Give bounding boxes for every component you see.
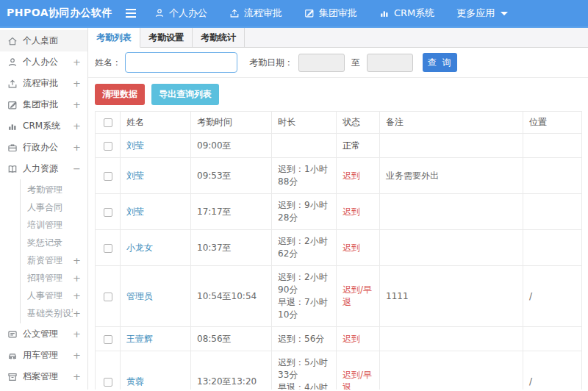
edit-icon (304, 8, 315, 18)
row-checkbox[interactable] (104, 335, 112, 344)
remark-cell (380, 134, 523, 158)
employee-name-link[interactable]: 刘莹 (126, 140, 144, 151)
attendance-time-cell: 09:53至 (191, 158, 272, 194)
table-row: 王壹辉 08:56至 迟到：56分 迟到 (96, 327, 582, 351)
row-checkbox[interactable] (104, 293, 112, 301)
sidebar-subitem-attendance-management[interactable]: 考勤管理 (21, 181, 87, 198)
sidebar-item-vehicle-management[interactable]: 用车管理 + (0, 345, 87, 366)
name-input[interactable] (125, 52, 237, 73)
duration-cell (272, 134, 337, 158)
duration-cell: 迟到：2小时90分早退：7小时10分 (272, 266, 337, 327)
sidebar-subitem-personnel-management[interactable]: 人事管理 + (21, 287, 87, 304)
attendance-time-cell: 17:17至 (191, 194, 272, 230)
status-cell: 迟到 (337, 230, 380, 266)
header-attendance-time: 考勤时间 (191, 112, 272, 134)
date-from-input[interactable] (298, 54, 345, 72)
employee-name-link[interactable]: 王壹辉 (126, 334, 153, 344)
duration-cell: 迟到：9小时28分 (272, 194, 337, 230)
tab-bar: 考勤列表 考勤设置 考勤统计 (88, 28, 588, 48)
location-cell (523, 158, 582, 194)
export-list-button[interactable]: 导出查询列表 (151, 84, 219, 105)
table-row: 刘莹 09:00至 正常 (96, 134, 582, 158)
row-checkbox[interactable] (104, 244, 112, 253)
sidebar-item-project-management[interactable]: 项目管理 + (0, 387, 87, 390)
nav-workflow-approval[interactable]: 流程审批 (229, 7, 282, 20)
attendance-time-cell: 10:54至10:54 (191, 266, 272, 327)
action-buttons: 清理数据 导出查询列表 (88, 78, 588, 111)
caret-down-icon (501, 12, 508, 15)
sidebar-item-personal-desktop[interactable]: 个人桌面 (0, 30, 87, 51)
attendance-time-cell: 09:00至 (191, 134, 272, 158)
header-status: 状态 (337, 112, 380, 134)
status-cell: 迟到 (337, 327, 380, 351)
employee-name-link[interactable]: 小龙女 (126, 243, 153, 253)
sidebar-item-crm-system[interactable]: CRM系统 + (0, 115, 87, 137)
nav-group-approval[interactable]: 集团审批 (304, 7, 357, 20)
header-location: 位置 (523, 112, 582, 134)
sidebar-item-group-approval[interactable]: 集团审批 + (0, 94, 87, 115)
row-checkbox[interactable] (104, 208, 112, 217)
sidebar-submenu-hr: 考勤管理 人事合同 培训管理 奖惩记录 薪资管理 + 招聘管理 + (20, 179, 87, 323)
sidebar-subitem-base-category-settings[interactable]: 基础类别设置 + (21, 304, 87, 322)
remark-cell (380, 194, 523, 230)
duration-cell: 迟到：5小时33分早退：4小时67分 (272, 351, 337, 390)
sidebar-subitem-reward-punishment[interactable]: 奖惩记录 (21, 234, 87, 251)
remark-cell (380, 327, 523, 351)
employee-name-link[interactable]: 黄蓉 (126, 376, 144, 387)
sidebar-item-human-resources[interactable]: 人力资源 − (0, 158, 87, 179)
remark-cell (380, 351, 523, 390)
share-icon (229, 8, 240, 18)
tab-attendance-settings[interactable]: 考勤设置 (140, 28, 193, 47)
sidebar-item-archive-management[interactable]: 档案管理 + (0, 366, 87, 387)
table-row: 管理员 10:54至10:54 迟到：2小时90分早退：7小时10分 迟到/早退… (96, 266, 582, 327)
location-cell (523, 134, 582, 158)
name-label: 姓名： (95, 57, 121, 69)
select-all-checkbox[interactable] (104, 118, 112, 127)
chart-icon (379, 8, 390, 18)
chart-icon (7, 121, 18, 132)
nav-more-apps[interactable]: 更多应用 (456, 7, 508, 20)
search-button[interactable]: 查 询 (423, 53, 457, 72)
sidebar-item-document-management[interactable]: 公文管理 + (0, 323, 87, 345)
hamburger-menu-icon[interactable] (125, 8, 137, 18)
top-navbar: PHPOA协同办公软件 个人办公 流程审批 集团审批 CRM系统 更多应用 (0, 0, 588, 28)
employee-name-link[interactable]: 刘莹 (126, 171, 144, 181)
tab-attendance-list[interactable]: 考勤列表 (88, 28, 140, 48)
table-row: 小龙女 10:37至 迟到：2小时62分 迟到 (96, 230, 582, 266)
sidebar-subitem-training-management[interactable]: 培训管理 (21, 216, 87, 234)
briefcase-icon (7, 143, 18, 153)
filter-form: 姓名： 考勤日期： 至 查 询 (88, 48, 588, 78)
attendance-time-cell: 13:20至13:20 (191, 351, 272, 390)
home-icon (7, 36, 18, 46)
sidebar-item-personal-office[interactable]: 个人办公 + (0, 51, 87, 73)
user-icon (154, 8, 165, 18)
row-checkbox[interactable] (104, 142, 112, 151)
location-cell: / (523, 351, 582, 390)
header-name: 姓名 (121, 112, 191, 134)
header-duration: 时长 (272, 112, 337, 134)
status-cell: 迟到/早退 (337, 266, 380, 327)
table-row: 刘莹 17:17至 迟到：9小时28分 迟到 (96, 194, 582, 230)
sidebar-subitem-recruitment-management[interactable]: 招聘管理 + (21, 269, 87, 287)
sidebar-subitem-personnel-contract[interactable]: 人事合同 (21, 198, 87, 216)
tab-attendance-statistics[interactable]: 考勤统计 (193, 28, 245, 47)
main-content: 考勤列表 考勤设置 考勤统计 姓名： 考勤日期： 至 查 询 清理数据 导出查询… (88, 28, 588, 390)
sidebar-subitem-salary-management[interactable]: 薪资管理 + (21, 251, 87, 269)
employee-name-link[interactable]: 管理员 (126, 291, 153, 301)
table-row: 黄蓉 13:20至13:20 迟到：5小时33分早退：4小时67分 迟到/早退 … (96, 351, 582, 390)
sidebar-item-admin-office[interactable]: 行政办公 + (0, 137, 87, 158)
edit-icon (7, 100, 18, 110)
attendance-date-label: 考勤日期： (249, 57, 293, 69)
location-cell (523, 327, 582, 351)
nav-personal-office[interactable]: 个人办公 (154, 7, 207, 20)
book-icon (7, 164, 18, 174)
row-checkbox[interactable] (104, 172, 112, 181)
employee-name-link[interactable]: 刘莹 (126, 207, 144, 217)
date-to-input[interactable] (367, 54, 413, 72)
clear-data-button[interactable]: 清理数据 (95, 84, 145, 105)
nav-crm-system[interactable]: CRM系统 (379, 7, 434, 20)
row-checkbox[interactable] (104, 378, 112, 387)
remark-cell: 业务需要外出 (380, 158, 523, 194)
header-remark: 备注 (380, 112, 523, 134)
sidebar-item-workflow-approval[interactable]: 流程审批 + (0, 73, 87, 94)
